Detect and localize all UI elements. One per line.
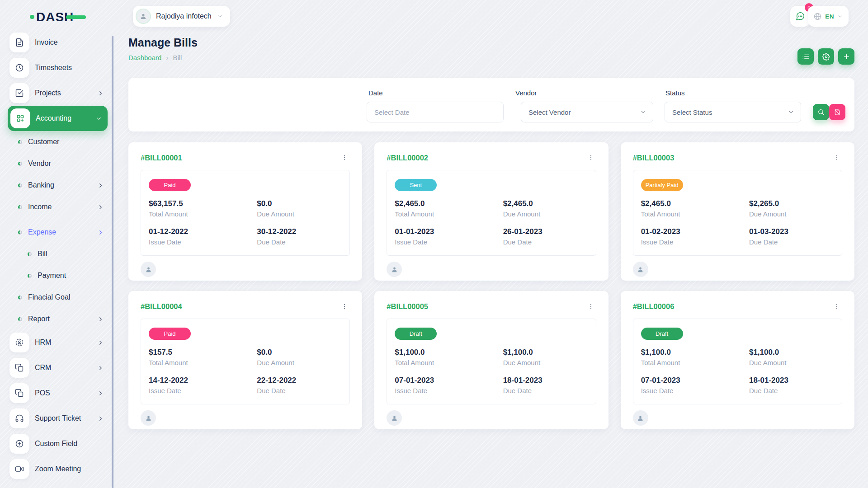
sidebar-scrollbar[interactable] (112, 36, 113, 488)
kebab-icon (587, 303, 594, 310)
sidebar-item-finacial-goal[interactable]: Finacial Goal (0, 286, 113, 308)
company-avatar (136, 9, 151, 24)
user-icon (139, 12, 147, 20)
sidebar-item-bill[interactable]: Bill (0, 243, 113, 265)
bill-number-link[interactable]: #BILL00002 (387, 154, 428, 162)
messages-button[interactable]: 0 (790, 6, 810, 27)
card-actions-menu-button[interactable] (831, 152, 842, 163)
vendor-avatar (387, 410, 402, 426)
topbar: DASH Rajodiya infotech 0 EN (0, 0, 868, 32)
sidebar-item-report[interactable]: Report (0, 308, 113, 330)
due-amount-value: $2,465.0 (503, 199, 588, 208)
user-icon (391, 266, 398, 273)
crm-icon-box (9, 358, 29, 378)
card-actions-menu-button[interactable] (339, 301, 350, 312)
vendor-avatar (141, 410, 156, 426)
total-amount-value: $1,100.0 (395, 348, 503, 357)
issue-date-label: Issue Date (149, 238, 257, 246)
bill-number-link[interactable]: #BILL00001 (141, 154, 182, 162)
pos-icon (15, 389, 24, 398)
issue-date-value: 07-01-2023 (641, 376, 749, 385)
video-icon (15, 465, 24, 474)
sidebar-item-zoom-meeting[interactable]: Zoom Meeting (0, 456, 113, 482)
create-bill-button[interactable] (838, 48, 854, 65)
status-filter-label: Status (665, 89, 685, 97)
sidebar-item-income[interactable]: Income (0, 196, 113, 218)
sidebar-item-invoice[interactable]: Invoice (0, 30, 113, 55)
status-filter-select[interactable]: Select Status (665, 102, 801, 122)
due-date-value: 26-01-2023 (503, 227, 588, 236)
sidebar-item-vendor[interactable]: Vendor (0, 153, 113, 174)
bill-cards-grid: #BILL00001Paid$63,157.5Total Amount$0.0D… (128, 142, 854, 429)
breadcrumb-separator: › (166, 54, 168, 61)
vendor-filter-select[interactable]: Select Vendor (521, 102, 653, 122)
breadcrumb-dashboard-link[interactable]: Dashboard (128, 54, 161, 61)
issue-date-label: Issue Date (641, 238, 749, 246)
card-actions-menu-button[interactable] (339, 152, 350, 163)
sidebar-scrollbar-thumb[interactable] (112, 36, 113, 488)
due-date-label: Due Date (503, 387, 588, 394)
chevron-right-icon (97, 390, 104, 397)
sidebar-item-payment[interactable]: Payment (0, 265, 113, 286)
chevron-down-icon (788, 109, 794, 115)
breadcrumb-current: Bill (173, 54, 182, 61)
due-date-label: Due Date (749, 238, 834, 246)
bill-number-link[interactable]: #BILL00006 (633, 302, 675, 311)
sidebar-item-expense[interactable]: Expense (0, 221, 113, 243)
bill-summary-box: Paid$63,157.5Total Amount$0.0Due Amount0… (141, 170, 350, 256)
invoice-icon (15, 38, 24, 47)
language-selector[interactable]: EN (808, 6, 849, 27)
sidebar-item-label: Banking (28, 181, 54, 189)
chevron-down-icon (217, 13, 223, 19)
due-amount-value: $1,100.0 (749, 348, 834, 357)
sidebar-item-banking[interactable]: Banking (0, 174, 113, 196)
due-date-value: 18-01-2023 (503, 376, 588, 385)
date-filter-input[interactable] (367, 102, 504, 122)
sidebar-item-pos[interactable]: POS (0, 380, 113, 406)
brand-logo[interactable]: DASH (30, 9, 98, 25)
reset-filter-button[interactable] (829, 104, 845, 120)
sidebar-item-hrm[interactable]: HRM (0, 330, 113, 355)
total-amount-value: $2,465.0 (395, 199, 503, 208)
gear-icon (822, 53, 830, 61)
sidebar-item-accounting[interactable]: Accounting (8, 106, 108, 131)
chevron-right-icon (97, 90, 104, 97)
sidebar-item-customer[interactable]: Customer (0, 131, 113, 153)
list-icon (802, 53, 810, 61)
issue-date-value: 07-01-2023 (395, 376, 503, 385)
status-badge: Sent (395, 179, 437, 191)
sidebar-item-label: Support Ticket (35, 414, 81, 422)
company-switcher[interactable]: Rajodiya infotech (133, 6, 230, 27)
user-icon (145, 414, 152, 422)
bullet-icon (18, 230, 22, 235)
bill-number-link[interactable]: #BILL00005 (387, 302, 428, 311)
bill-summary-box: Draft$1,100.0Total Amount$1,100.0Due Amo… (633, 319, 842, 404)
bill-card: #BILL00003Partialy Paid$2,465.0Total Amo… (621, 142, 854, 281)
list-view-button[interactable] (797, 48, 814, 65)
crm-icon (15, 363, 24, 372)
bill-number-link[interactable]: #BILL00004 (141, 302, 182, 311)
chevron-right-icon (97, 316, 104, 323)
apply-filter-button[interactable] (813, 104, 829, 120)
user-icon (637, 266, 644, 273)
due-date-label: Due Date (257, 387, 342, 394)
plus-circle-icon-box (9, 434, 29, 454)
sidebar-item-support-ticket[interactable]: Support Ticket (0, 406, 113, 431)
card-actions-menu-button[interactable] (585, 152, 596, 163)
vendor-avatar (633, 262, 648, 277)
sidebar: InvoiceTimesheetsProjectsAccountingCusto… (0, 30, 113, 488)
card-actions-menu-button[interactable] (585, 301, 596, 312)
settings-button[interactable] (818, 48, 834, 65)
sidebar-item-crm[interactable]: CRM (0, 355, 113, 380)
bill-number-link[interactable]: #BILL00003 (633, 154, 675, 162)
sidebar-item-label: Custom Field (35, 440, 77, 448)
due-amount-label: Due Amount (257, 359, 342, 366)
total-amount-label: Total Amount (149, 210, 257, 218)
sidebar-item-timesheets[interactable]: Timesheets (0, 55, 113, 80)
sidebar-item-label: Zoom Meeting (35, 465, 81, 473)
card-actions-menu-button[interactable] (831, 301, 842, 312)
total-amount-value: $157.5 (149, 348, 257, 357)
clock-icon-box (9, 58, 29, 78)
sidebar-item-projects[interactable]: Projects (0, 80, 113, 106)
sidebar-item-custom-field[interactable]: Custom Field (0, 431, 113, 456)
